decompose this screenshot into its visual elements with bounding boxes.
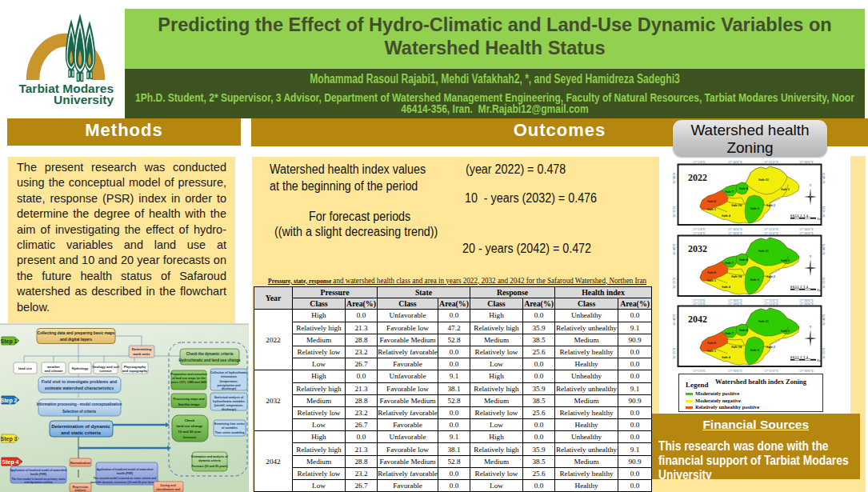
svg-text:36°35'N: 36°35'N bbox=[672, 206, 676, 218]
svg-text:Application of localized model: Application of localized model of waters… bbox=[10, 469, 67, 472]
svg-text:Sub-3: Sub-3 bbox=[750, 206, 760, 210]
svg-text:Hydroclimatic and land use cha: Hydroclimatic and land use change bbox=[178, 358, 241, 362]
svg-text:hydroclimatic variables: hydroclimatic variables bbox=[213, 400, 245, 403]
svg-text:36°40'N: 36°40'N bbox=[822, 173, 826, 184]
svg-text:classification and: classification and bbox=[156, 488, 180, 491]
svg-text:57°15'0"E: 57°15'0"E bbox=[764, 160, 778, 164]
svg-text:science: science bbox=[99, 369, 112, 373]
svg-text:and static criteria: and static criteria bbox=[61, 430, 101, 435]
svg-text:Sub-2: Sub-2 bbox=[766, 203, 775, 207]
svg-text:Zoning and: Zoning and bbox=[160, 484, 175, 487]
svg-text:57°5'0"E: 57°5'0"E bbox=[693, 369, 706, 373]
svg-text:57°10'0"E: 57°10'0"E bbox=[728, 160, 742, 164]
svg-text:10 and 20 year: 10 and 20 year bbox=[178, 430, 202, 434]
svg-text:Km: Km bbox=[818, 359, 822, 362]
svg-text:Sub-1: Sub-1 bbox=[781, 187, 790, 191]
svg-text:Sub-7: Sub-7 bbox=[725, 261, 734, 265]
svg-text:57°20'0"E: 57°20'0"E bbox=[799, 369, 814, 373]
svg-text:Step 3: Step 3 bbox=[0, 436, 17, 442]
svg-text:Geology and soil: Geology and soil bbox=[92, 365, 119, 369]
svg-text:Sub-4: Sub-4 bbox=[722, 355, 731, 359]
svg-text:Sub-8: Sub-8 bbox=[739, 258, 749, 262]
svg-text:36°35'N: 36°35'N bbox=[672, 278, 676, 289]
svg-text:57°15'0"E: 57°15'0"E bbox=[764, 369, 778, 373]
svg-text:57°20'0"E: 57°20'0"E bbox=[799, 302, 814, 306]
svg-text:Sub-7: Sub-7 bbox=[725, 331, 734, 335]
svg-text:0 0.5 1 2 3 4: 0 0.5 1 2 3 4 bbox=[790, 214, 808, 218]
svg-text:Time series modeling: Time series modeling bbox=[215, 431, 245, 434]
svg-text:weather: weather bbox=[46, 365, 60, 369]
svg-text:36°35'N: 36°35'N bbox=[822, 206, 826, 218]
svg-text:Sub-5: Sub-5 bbox=[707, 278, 717, 282]
svg-text:Sub-2: Sub-2 bbox=[766, 345, 775, 349]
svg-text:0 0.5 1 2 3 4: 0 0.5 1 2 3 4 bbox=[790, 286, 808, 289]
svg-text:36°35'N: 36°35'N bbox=[822, 278, 826, 289]
svg-text:57°20'0"E: 57°20'0"E bbox=[799, 231, 814, 235]
svg-text:land use change: land use change bbox=[177, 424, 203, 428]
svg-text:57°15'0"E: 57°15'0"E bbox=[764, 231, 778, 235]
svg-text:Sub-6: Sub-6 bbox=[707, 199, 717, 203]
svg-text:Preparation and extraction: Preparation and extraction bbox=[170, 373, 207, 376]
svg-text:analysis: analysis bbox=[74, 489, 86, 492]
svg-text:and dynamics criteria: and dynamics criteria bbox=[25, 481, 53, 484]
svg-text:and digital layers: and digital layers bbox=[60, 338, 92, 342]
svg-text:Step 2: Step 2 bbox=[0, 398, 17, 404]
svg-text:Sub-10: Sub-10 bbox=[731, 345, 742, 349]
svg-text:57°10'0"E: 57°10'0"E bbox=[728, 369, 742, 373]
svg-text:Sub-5: Sub-5 bbox=[707, 349, 717, 353]
svg-text:57°10'0"E: 57°10'0"E bbox=[728, 231, 742, 235]
svg-text:Sub-6: Sub-6 bbox=[707, 341, 717, 345]
svg-text:36°40'N: 36°40'N bbox=[672, 173, 676, 184]
svg-text:Application of localized model: Application of localized model of waters… bbox=[97, 468, 154, 471]
svg-text:2042: 2042 bbox=[688, 314, 707, 325]
svg-text:of land use maps for the: of land use maps for the bbox=[172, 377, 206, 380]
svg-text:Sub-11: Sub-11 bbox=[758, 178, 769, 182]
svg-text:57°20'0"E: 57°20'0"E bbox=[799, 160, 814, 164]
svg-text:Processing maps and: Processing maps and bbox=[173, 398, 205, 401]
svg-text:Determination of dynamic: Determination of dynamic bbox=[51, 424, 110, 429]
svg-text:(temperature,: (temperature, bbox=[220, 380, 238, 383]
svg-text:Sub-2: Sub-2 bbox=[766, 274, 775, 278]
svg-text:57°15'0"E: 57°15'0"E bbox=[764, 302, 778, 306]
svg-text:Check the dynamic criteria: Check the dynamic criteria bbox=[186, 352, 234, 356]
svg-text:36°35'N: 36°35'N bbox=[672, 348, 676, 359]
svg-text:Sub-11: Sub-11 bbox=[758, 249, 769, 253]
svg-text:57°5'0"E: 57°5'0"E bbox=[693, 231, 706, 235]
svg-text:Selection of criteria: Selection of criteria bbox=[62, 410, 96, 414]
svg-text:estimate watershed characteris: estimate watershed characteristics bbox=[45, 386, 114, 390]
svg-text:Determining: Determining bbox=[132, 347, 152, 351]
svg-text:discharge): discharge) bbox=[222, 387, 237, 390]
svg-text:Step 1: Step 1 bbox=[0, 338, 17, 345]
svg-text:University: University bbox=[54, 93, 114, 106]
svg-text:36°40'N: 36°40'N bbox=[672, 314, 676, 326]
svg-text:N: N bbox=[810, 326, 812, 329]
svg-text:Sub-3: Sub-3 bbox=[750, 348, 760, 352]
svg-text:Collection of hydroclimatic: Collection of hydroclimatic bbox=[210, 371, 247, 374]
svg-text:Sub-3: Sub-3 bbox=[750, 278, 760, 282]
svg-text:land use: land use bbox=[18, 366, 33, 370]
svg-text:information: information bbox=[221, 375, 237, 378]
svg-text:Statistical analysis of: Statistical analysis of bbox=[214, 396, 244, 399]
svg-text:Satellite image: Satellite image bbox=[178, 403, 200, 406]
svg-text:Regression: Regression bbox=[73, 486, 89, 489]
svg-text:Information processing - model: Information processing - model conceptua… bbox=[37, 402, 122, 406]
svg-text:The second model is based on s: The second model is based on static crit… bbox=[94, 477, 156, 480]
svg-text:Physiography: Physiography bbox=[124, 365, 146, 369]
svg-text:Sub-4: Sub-4 bbox=[722, 285, 731, 289]
svg-text:dynamic criteria: dynamic criteria bbox=[198, 459, 222, 462]
svg-text:Hydrology: Hydrology bbox=[72, 366, 89, 370]
svg-text:Sub-11: Sub-11 bbox=[758, 319, 769, 323]
svg-text:work units: work units bbox=[133, 352, 151, 356]
svg-text:57°5'0"E: 57°5'0"E bbox=[693, 160, 706, 164]
svg-text:57°5'0"E: 57°5'0"E bbox=[693, 302, 706, 306]
svg-text:Sub-1: Sub-1 bbox=[781, 258, 790, 262]
svg-text:36°40'N: 36°40'N bbox=[822, 244, 826, 255]
svg-text:Collecting data and preparing: Collecting data and preparing basic maps bbox=[37, 331, 114, 335]
svg-text:health (PSR): health (PSR) bbox=[30, 473, 46, 476]
svg-text:Field visit to investigate pro: Field visit to investigate problems and bbox=[42, 379, 117, 384]
svg-text:forecast: forecast bbox=[183, 435, 197, 439]
svg-text:Sub-1: Sub-1 bbox=[781, 329, 790, 333]
svg-text:Sub-8: Sub-8 bbox=[739, 328, 749, 332]
svg-text:57°10'0"E: 57°10'0"E bbox=[728, 302, 742, 306]
svg-text:Km: Km bbox=[818, 289, 822, 292]
